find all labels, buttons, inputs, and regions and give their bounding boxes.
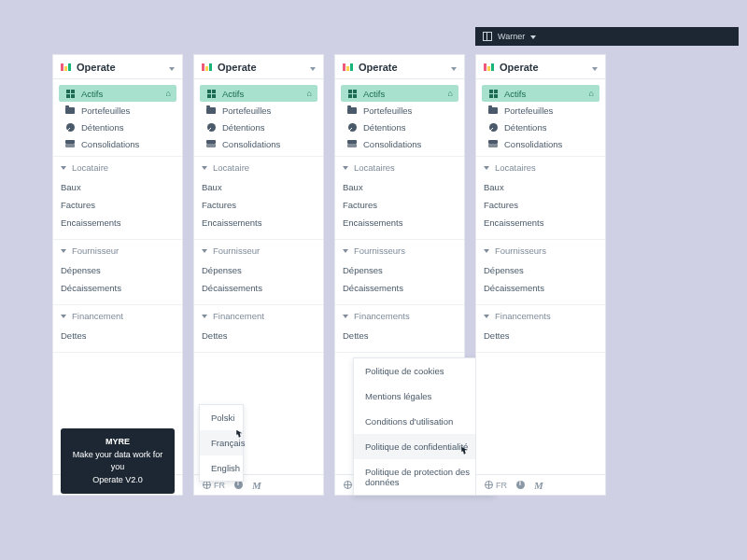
workspace-name[interactable]: Warner — [498, 32, 525, 41]
app-title: Operate — [77, 62, 116, 73]
lang-switcher[interactable]: FR — [482, 479, 510, 492]
info-button[interactable] — [514, 479, 528, 491]
section-locataire: Locataire Baux Factures Encaissements — [53, 157, 182, 240]
layers-icon — [64, 140, 76, 147]
nav-item-detentions[interactable]: Détentions — [59, 119, 176, 135]
nav-item-consolidations[interactable]: Consolidations — [59, 135, 176, 152]
home-icon: ⌂ — [307, 89, 312, 98]
chevron-down-icon[interactable] — [310, 62, 316, 73]
app-title: Operate — [218, 62, 257, 73]
nav-item-portefeuilles[interactable]: Portefeuilles — [200, 102, 317, 119]
section-financement: Financement Dettes — [53, 305, 182, 353]
tooltip-line: Make your data work for you — [70, 449, 165, 474]
pie-icon — [64, 123, 76, 132]
panel-header[interactable]: Operate — [194, 55, 323, 79]
nav-item-actifs[interactable]: Actifs⌂ — [482, 85, 599, 102]
legal-option[interactable]: Politique de confidentialité — [354, 434, 494, 459]
lang-option[interactable]: English — [200, 455, 243, 481]
chevron-down-icon — [61, 246, 66, 255]
brand-mark[interactable]: M — [531, 478, 546, 493]
chevron-down-icon[interactable] — [530, 32, 536, 41]
nav-label: Portefeuilles — [81, 105, 130, 116]
nav-item-actifs[interactable]: Actifs⌂ — [341, 85, 458, 102]
chevron-down-icon — [61, 312, 66, 320]
nav-item-consolidations[interactable]: Consolidations — [200, 135, 317, 152]
brand-tooltip: MYRE Make your data work for you Operate… — [61, 428, 175, 494]
topbar: Warner — [475, 27, 739, 46]
app-logo-icon — [61, 63, 71, 71]
panel-footer: FR M — [476, 474, 605, 495]
tooltip-title: MYRE — [70, 436, 165, 449]
row-depenses[interactable]: Dépenses — [61, 261, 175, 279]
nav-label: Détentions — [81, 122, 123, 133]
row-encaissements[interactable]: Encaissements — [61, 214, 175, 231]
primary-nav: Actifs⌂ Portefeuilles Détentions Consoli… — [194, 79, 323, 157]
panel-header[interactable]: Operate — [53, 55, 182, 79]
legal-option[interactable]: Mentions légales — [354, 384, 494, 409]
row-factures[interactable]: Factures — [61, 196, 175, 214]
section-fournisseur: Fournisseur Dépenses Décaissements — [53, 240, 182, 305]
legal-menu: Politique de cookies Mentions légales Co… — [353, 357, 495, 496]
section-header[interactable]: Fournisseur — [61, 245, 175, 256]
legal-option[interactable]: Politique de protection des données — [354, 459, 494, 495]
row-decaissements[interactable]: Décaissements — [61, 279, 175, 297]
tooltip-line: Operate V2.0 — [70, 474, 165, 487]
section-header[interactable]: Locataire — [61, 162, 175, 173]
row-dettes[interactable]: Dettes — [61, 327, 175, 344]
chevron-down-icon[interactable] — [169, 62, 175, 73]
layout-icon — [483, 32, 492, 41]
nav-item-actifs[interactable]: Actifs ⌂ — [59, 85, 176, 102]
grid-icon — [64, 90, 76, 98]
primary-nav: Actifs ⌂ Portefeuilles Détentions Consol… — [53, 79, 182, 157]
panel-header[interactable]: Operate — [476, 55, 605, 79]
legal-option[interactable]: Politique de cookies — [354, 358, 494, 384]
panel-header[interactable]: Operate — [335, 55, 464, 79]
folder-icon — [64, 107, 76, 114]
nav-item-actifs[interactable]: Actifs⌂ — [200, 85, 317, 102]
nav-label: Actifs — [81, 89, 103, 99]
row-baux[interactable]: Baux — [61, 178, 175, 196]
section-header[interactable]: Financement — [61, 311, 175, 321]
language-menu: Polski Français English — [199, 404, 244, 482]
app-logo-icon — [202, 63, 212, 71]
home-icon: ⌂ — [166, 89, 171, 98]
lang-option[interactable]: Français — [200, 430, 243, 455]
nav-label: Consolidations — [81, 139, 139, 149]
chevron-down-icon — [61, 163, 66, 172]
brand-mark[interactable]: M — [249, 478, 264, 493]
sidebar-panel-4: Operate Actifs⌂ Portefeuilles Détentions… — [475, 54, 606, 496]
legal-option[interactable]: Conditions d'utilisation — [354, 409, 494, 434]
nav-item-portefeuilles[interactable]: Portefeuilles — [59, 102, 176, 119]
nav-item-detentions[interactable]: Détentions — [200, 119, 317, 135]
lang-option[interactable]: Polski — [200, 405, 243, 430]
